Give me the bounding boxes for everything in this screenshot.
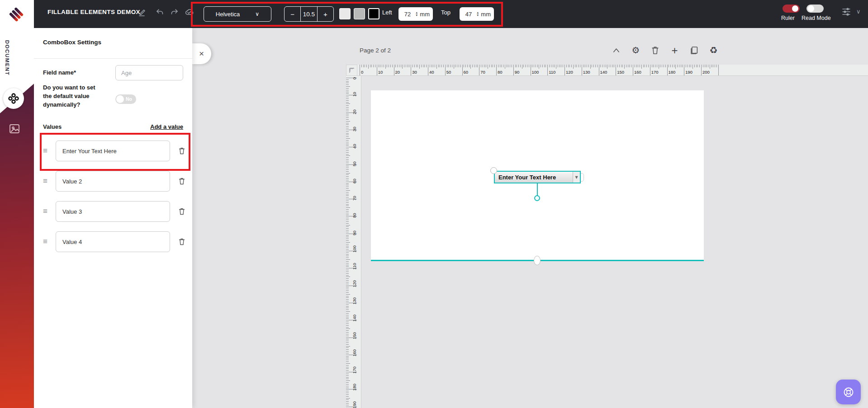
drag-handle-icon[interactable]: ≡ [43, 146, 52, 155]
values-label: Values [43, 123, 62, 130]
divider [34, 58, 192, 59]
trash-icon[interactable] [177, 237, 186, 246]
values-list: ≡ ≡ ≡ ≡ [43, 139, 186, 260]
ruler-toggle-label: Ruler [781, 15, 795, 21]
dynamic-default-toggle[interactable]: No [115, 94, 136, 104]
combobox-element-text: Enter Your Text Here [495, 174, 573, 181]
document-title: FILLABLE ELEMENTS DEMOX [47, 9, 140, 15]
drag-handle-icon[interactable]: ≡ [43, 237, 52, 246]
duplicate-page-icon[interactable] [689, 45, 699, 56]
element-drag-handle[interactable] [534, 195, 540, 201]
delete-page-icon[interactable] [650, 45, 660, 56]
document-section-label: DOCUMENT [5, 40, 10, 75]
undo-icon[interactable] [154, 6, 166, 18]
cloud-saved-icon [183, 6, 195, 18]
ruler-corner [346, 65, 357, 76]
sidebar-item-elements[interactable] [3, 88, 24, 109]
dynamic-default-question: Do you want to set the default value dyn… [43, 83, 98, 109]
elements-icon [7, 92, 20, 105]
field-name-input[interactable] [115, 65, 183, 80]
toggle-state-label: No [126, 96, 132, 102]
combobox-dropdown-button[interactable]: ▼ [573, 172, 580, 183]
color-swatch-black[interactable] [368, 8, 379, 19]
font-size-control: − 10.5 + [284, 6, 334, 22]
recycle-page-icon[interactable]: ♻ [708, 45, 719, 56]
value-row: ≡ [43, 200, 186, 223]
add-value-link[interactable]: Add a value [150, 123, 183, 130]
page-resize-handle[interactable] [534, 256, 541, 265]
ruler-toggle[interactable] [783, 5, 800, 13]
top-spin-arrows[interactable]: ▲▼ [476, 11, 479, 17]
panel-title: ComboBox Settings [43, 39, 101, 46]
chevron-down-icon[interactable]: ∨ [856, 8, 861, 15]
value-row: ≡ [43, 139, 186, 163]
redo-icon[interactable] [169, 6, 180, 18]
top-position-stepper: 47 ▲▼ mm [460, 7, 494, 21]
left-position-stepper: 72 ▲▼ mm [398, 7, 433, 21]
drag-handle-icon[interactable]: ≡ [43, 177, 52, 186]
h-ruler: 0102030405060708090100110120130140150160… [357, 65, 868, 76]
drag-handle-icon[interactable]: ≡ [43, 207, 52, 216]
add-page-icon[interactable]: + [669, 45, 680, 56]
collapse-page-icon[interactable] [611, 45, 621, 56]
page-indicator: Page 2 of 2 [360, 47, 391, 54]
font-family-value: Helvetica [216, 11, 240, 18]
value-input-2[interactable] [56, 171, 170, 192]
page-settings-gear-icon[interactable]: ⚙ [631, 45, 641, 56]
close-icon: × [199, 49, 204, 59]
top-unit-label: mm [481, 11, 491, 18]
settings-sliders-icon[interactable] [840, 6, 852, 18]
read-mode-toggle[interactable] [806, 5, 824, 13]
combobox-settings-panel: ComboBox Settings Field name* Do you wan… [34, 28, 192, 408]
help-button[interactable] [836, 380, 861, 404]
caret-down-icon: ▼ [575, 175, 578, 179]
trash-icon[interactable] [177, 207, 186, 216]
top-bar: FILLABLE ELEMENTS DEMOX Helvetica ∨ − 10… [34, 0, 868, 28]
edit-title-icon[interactable] [136, 6, 147, 18]
value-input-3[interactable] [56, 201, 170, 222]
value-row: ≡ [43, 169, 186, 193]
top-position-value[interactable]: 47 [463, 11, 474, 18]
app-logo-icon[interactable] [7, 5, 25, 23]
left-unit-label: mm [420, 11, 430, 18]
value-row: ≡ [43, 230, 186, 253]
top-position-label: Top [441, 9, 451, 16]
font-family-select[interactable]: Helvetica ∨ [204, 6, 271, 22]
font-size-decrease-button[interactable]: − [285, 7, 300, 21]
toggle-knob [116, 95, 124, 103]
sidebar-item-images[interactable] [9, 123, 20, 135]
v-ruler: 0102030405060708090100110120130140150160… [346, 76, 361, 408]
font-size-value: 10.5 [300, 7, 317, 21]
lifebuoy-icon [842, 385, 855, 399]
document-canvas: Page 2 of 2 ⚙ + ♻ 0102030405060708090100… [192, 28, 868, 408]
left-position-label: Left [382, 9, 392, 16]
left-sidebar: DOCUMENT [0, 0, 34, 408]
value-input-4[interactable] [56, 231, 170, 252]
font-size-increase-button[interactable]: + [318, 7, 333, 21]
image-icon [9, 123, 20, 135]
left-spin-arrows[interactable]: ▲▼ [415, 11, 418, 17]
trash-icon[interactable] [177, 146, 186, 155]
ruler-corner-icon [349, 67, 355, 74]
combobox-element[interactable]: Enter Your Text Here ▼ [494, 171, 581, 183]
value-input-1[interactable] [56, 141, 170, 161]
field-name-label: Field name* [43, 69, 76, 76]
element-corner-handle[interactable] [490, 167, 497, 174]
left-position-value[interactable]: 72 [402, 11, 413, 18]
trash-icon[interactable] [177, 177, 186, 186]
chevron-down-icon: ∨ [255, 11, 259, 17]
color-swatch-gray[interactable] [354, 8, 365, 19]
page-toolbar: ⚙ + ♻ [611, 45, 719, 56]
color-swatch-light[interactable] [339, 8, 351, 19]
element-connector-line [537, 183, 538, 196]
read-mode-toggle-label: Read Mode [802, 15, 831, 21]
